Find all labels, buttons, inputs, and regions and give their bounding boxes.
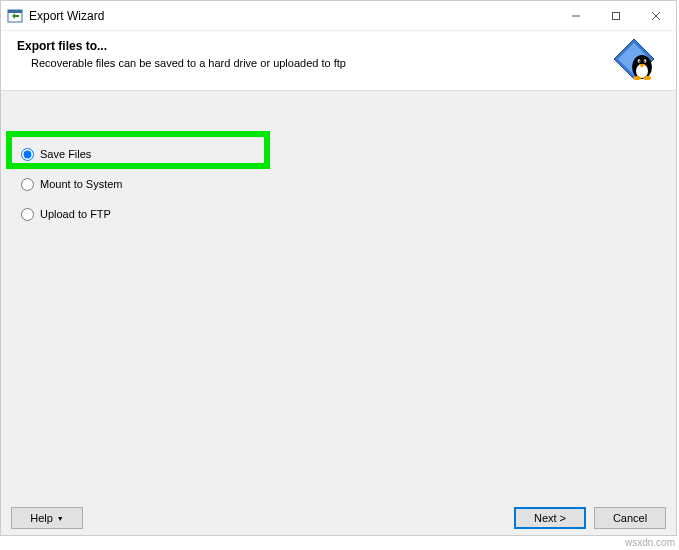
radio-upload-to-ftp[interactable] [21,208,34,221]
option-mount-to-system[interactable]: Mount to System [15,171,662,197]
cancel-button[interactable]: Cancel [594,507,666,529]
svg-rect-3 [613,12,620,19]
svg-point-13 [644,61,645,62]
window-title: Export Wizard [29,9,556,23]
watermark: wsxdn.com [625,537,675,548]
export-wizard-window: Export Wizard Export files to... Recover… [0,0,677,536]
next-button[interactable]: Next > [514,507,586,529]
label-save-files: Save Files [40,148,91,160]
header-title: Export files to... [17,39,660,53]
help-label: Help [30,512,53,524]
wizard-header: Export files to... Recoverable files can… [1,31,676,91]
help-button[interactable]: Help ▼ [11,507,83,529]
label-upload-to-ftp: Upload to FTP [40,208,111,220]
radio-mount-to-system[interactable] [21,178,34,191]
chevron-down-icon: ▼ [57,515,64,522]
header-subtitle: Recoverable files can be saved to a hard… [17,57,660,69]
minimize-button[interactable] [556,1,596,30]
app-icon [7,8,23,24]
window-controls [556,1,676,30]
svg-point-15 [633,76,641,80]
next-label: Next > [534,512,566,524]
svg-point-16 [643,76,651,80]
close-button[interactable] [636,1,676,30]
cancel-label: Cancel [613,512,647,524]
option-upload-to-ftp[interactable]: Upload to FTP [15,201,662,227]
radio-save-files[interactable] [21,148,34,161]
wizard-footer: Help ▼ Next > Cancel [1,501,676,535]
option-save-files[interactable]: Save Files [15,141,662,167]
wizard-content: Save Files Mount to System Upload to FTP [1,91,676,501]
svg-rect-1 [8,10,22,13]
maximize-button[interactable] [596,1,636,30]
label-mount-to-system: Mount to System [40,178,123,190]
titlebar: Export Wizard [1,1,676,31]
penguin-icon [612,35,658,81]
svg-point-12 [639,61,640,62]
